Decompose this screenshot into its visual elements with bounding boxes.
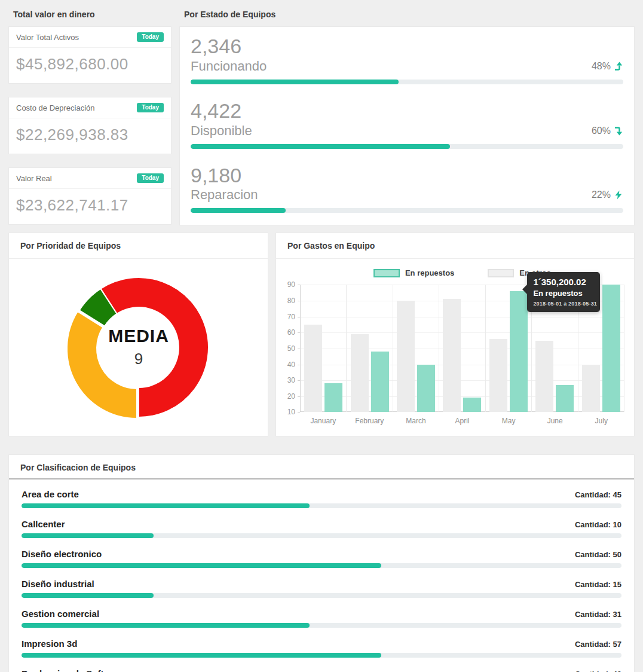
bar-en-otros[interactable] xyxy=(582,365,600,413)
bar-en-otros[interactable] xyxy=(351,334,369,412)
estado-stat-value: 4,422 xyxy=(191,99,623,123)
estado-stat-percent: 60% xyxy=(592,126,623,136)
bar-en-otros[interactable] xyxy=(489,339,507,412)
bar-chart: En repuestosEn otros 102030405060708090 … xyxy=(276,259,634,432)
clasificacion-row: Area de corteCantidad: 45 xyxy=(22,489,621,508)
y-tick-label: 30 xyxy=(287,376,295,384)
estado-stat: 2,346Funcionando48% xyxy=(191,29,623,84)
bar-group-february xyxy=(347,285,393,412)
y-tick-label: 60 xyxy=(287,328,295,337)
money-card-header: Valor RealToday xyxy=(9,168,171,189)
clasificacion-row: Produccion de SoftwareCantidad: 42 xyxy=(22,668,621,672)
tooltip-series-label: En repuestos xyxy=(533,289,594,298)
percent-value: 48% xyxy=(592,61,611,72)
x-axis-label: February xyxy=(347,412,393,425)
tooltip-arrow-icon xyxy=(522,285,527,294)
cantidad-value: Cantidad: 50 xyxy=(575,550,621,559)
cantidad-value: Cantidad: 10 xyxy=(575,520,621,529)
estado-stat-label: Funcionando xyxy=(191,59,267,74)
clasificacion-label: Produccion de Software xyxy=(22,668,124,672)
x-axis-label: January xyxy=(300,412,347,425)
dashboard-page: Total valor en dinero Valor Total Activo… xyxy=(0,0,643,672)
estado-stat: 9,180Reparacion22% xyxy=(191,158,623,213)
prioridad-panel: Por Prioridad de Equipos MEDIA9 xyxy=(8,233,268,436)
clasificacion-row-header: Diseño electronicoCantidad: 50 xyxy=(22,549,621,559)
clasificacion-progress-fill xyxy=(22,563,381,568)
estado-stat-row: Funcionando48% xyxy=(191,59,623,74)
bar-en-repuestos[interactable] xyxy=(556,385,574,412)
clasificacion-progress-track xyxy=(22,563,621,568)
clasificacion-progress-track xyxy=(22,653,621,658)
estado-panel: 2,346Funcionando48%4,422Disponible60%9,1… xyxy=(179,26,635,225)
clasificacion-progress-fill xyxy=(22,623,310,628)
percent-value: 60% xyxy=(592,126,611,136)
bar-en-otros[interactable] xyxy=(443,299,461,412)
clasificacion-row-header: Produccion de SoftwareCantidad: 42 xyxy=(22,668,621,672)
tooltip-value: 1´350,200.02 xyxy=(533,277,594,287)
cantidad-value: Cantidad: 57 xyxy=(575,640,621,649)
today-badge: Today xyxy=(137,173,164,183)
clasificacion-progress-track xyxy=(22,593,621,598)
estado-progress-fill xyxy=(191,80,399,84)
money-card-value: $23,622,741.17 xyxy=(9,189,171,224)
clasificacion-row-header: CallcenterCantidad: 10 xyxy=(22,519,621,529)
cantidad-value: Cantidad: 31 xyxy=(575,610,621,619)
chart-plot-area: 102030405060708090 1´350,200.02 En repue… xyxy=(282,285,624,412)
estado-progress-fill xyxy=(191,208,286,213)
tooltip-date-range: 2018-05-01 a 2018-05-31 xyxy=(533,301,594,307)
estado-progress-track xyxy=(191,144,623,149)
clasificacion-panel-title: Por Clasificacion de Equipos xyxy=(9,455,634,479)
clasificacion-progress-track xyxy=(22,533,621,538)
middle-row: Por Prioridad de Equipos MEDIA9 Por Gast… xyxy=(8,233,635,436)
bar-en-otros[interactable] xyxy=(304,325,322,412)
clasificacion-row-header: Diseño industrialCantidad: 15 xyxy=(22,579,621,589)
plot: 1´350,200.02 En repuestos 2018-05-01 a 2… xyxy=(300,285,624,412)
money-card-label: Costo de Depreciación xyxy=(16,103,95,112)
estado-progress-fill xyxy=(191,144,450,149)
estado-section-heading: Por Estado de Equipos xyxy=(179,5,635,26)
donut-center-label: MEDIA xyxy=(108,326,169,346)
x-axis-label: March xyxy=(393,412,439,425)
money-card: Costo de DepreciaciónToday$22,269,938.83 xyxy=(8,97,172,154)
bar-en-repuestos[interactable] xyxy=(463,398,481,412)
x-axis-label: May xyxy=(485,412,532,425)
clasificacion-label: Callcenter xyxy=(22,519,65,529)
legend-swatch xyxy=(488,269,514,277)
estado-stat-percent: 48% xyxy=(592,61,623,72)
cantidad-value: Cantidad: 15 xyxy=(575,580,621,589)
clasificacion-panel: Por Clasificacion de Equipos Area de cor… xyxy=(8,454,635,672)
bar-en-repuestos[interactable] xyxy=(324,383,342,412)
bar-en-repuestos[interactable] xyxy=(510,291,528,412)
clasificacion-row-header: Gestion comercialCantidad: 31 xyxy=(22,609,621,619)
cantidad-value: Cantidad: 42 xyxy=(575,670,621,672)
clasificacion-label: Area de corte xyxy=(22,489,79,499)
money-card-header: Valor Total ActivosToday xyxy=(9,27,171,48)
clasificacion-progress-fill xyxy=(22,653,381,658)
clasificacion-label: Diseño industrial xyxy=(22,579,94,589)
legend-item[interactable]: En repuestos xyxy=(373,268,454,277)
money-card-label: Valor Total Activos xyxy=(16,33,79,42)
clasificacion-row: Diseño industrialCantidad: 15 xyxy=(22,579,621,598)
y-tick-label: 20 xyxy=(287,392,295,401)
top-row: Total valor en dinero Valor Total Activo… xyxy=(8,5,635,225)
bar-en-otros[interactable] xyxy=(535,341,553,413)
estado-stat: 4,422Disponible60% xyxy=(191,94,623,149)
totals-section-heading: Total valor en dinero xyxy=(8,5,172,26)
y-tick-label: 10 xyxy=(287,408,295,416)
clasificacion-progress-fill xyxy=(22,593,154,598)
estado-column: Por Estado de Equipos 2,346Funcionando48… xyxy=(179,5,635,225)
clasificacion-rows-container: Area de corteCantidad: 45CallcenterCanti… xyxy=(9,479,634,672)
clasificacion-progress-fill xyxy=(22,503,310,508)
estado-stat-row: Disponible60% xyxy=(191,123,623,139)
clasificacion-row-header: Area de corteCantidad: 45 xyxy=(22,489,621,499)
level-down-arrow-icon xyxy=(614,126,623,136)
bar-en-otros[interactable] xyxy=(397,301,415,412)
estado-progress-track xyxy=(191,80,623,84)
bar-en-repuestos[interactable] xyxy=(602,285,620,412)
bar-en-repuestos[interactable] xyxy=(371,352,389,412)
clasificacion-progress-track xyxy=(22,503,621,508)
estado-progress-track xyxy=(191,208,623,213)
estado-stat-label: Disponible xyxy=(191,123,252,139)
bar-en-repuestos[interactable] xyxy=(417,365,435,413)
money-card: Valor RealToday$23,622,741.17 xyxy=(8,167,172,225)
